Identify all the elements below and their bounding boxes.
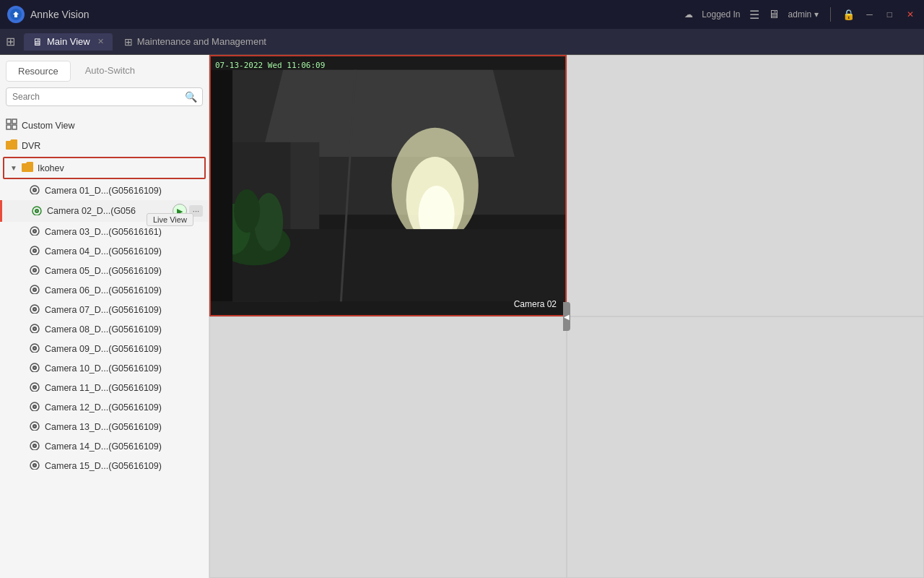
admin-chevron: ▾ [814, 9, 819, 20]
separator [830, 7, 831, 22]
custom-view-icon [6, 118, 17, 132]
tree-item-cam12[interactable]: Camera 12_D...(G05616109) [0, 397, 209, 417]
tree-item-cam05[interactable]: Camera 05_D...(G05616109) [0, 261, 209, 280]
search-input[interactable] [6, 87, 203, 106]
cam01-label: Camera 01_D...(G05616109) [45, 186, 203, 196]
admin-label: admin [788, 9, 812, 20]
dvr-folder-icon [6, 139, 17, 152]
tree-item-dvr[interactable]: DVR [0, 136, 209, 155]
svg-point-62 [234, 189, 260, 233]
tree-item-cam14[interactable]: Camera 14_D...(G05616109) [0, 436, 209, 456]
tree-item-ikohev[interactable]: ▼ Ikohev [3, 157, 206, 179]
cam14-label: Camera 14_D...(G05616109) [45, 441, 203, 452]
svg-point-46 [34, 445, 35, 447]
tab-main-view-close[interactable]: ✕ [97, 37, 104, 46]
titlebar: Annke Vision ☁ Logged In ☰ 🖥 admin ▾ 🔒 ─… [0, 0, 924, 29]
sidebar-tab-resource[interactable]: Resource [6, 61, 71, 82]
tree-item-cam10[interactable]: Camera 10_D...(G05616109) [0, 358, 209, 378]
minimize-button[interactable]: ─ [863, 9, 876, 20]
lock-icon[interactable]: 🔒 [842, 9, 855, 20]
cam06-label: Camera 06_D...(G05616109) [45, 285, 203, 296]
menu-icon[interactable]: ☰ [749, 8, 759, 22]
ikohev-expand-icon: ▼ [10, 164, 17, 172]
tabbar: ⊞ 🖥 Main View ✕ ⊞ Maintenance and Manage… [0, 29, 924, 55]
viewport-grid: 07-13-2022 Wed 11:06:09 Camera 02 ◀ [209, 55, 924, 578]
svg-point-7 [34, 189, 35, 191]
monitor-icon[interactable]: 🖥 [768, 8, 780, 21]
tree-item-cam01[interactable]: Camera 01_D...(G05616109) [0, 181, 209, 200]
cloud-icon: ☁ [684, 9, 693, 20]
app-name: Annke Vision [30, 9, 89, 20]
close-button[interactable]: ✕ [904, 9, 917, 20]
cam13-icon [29, 420, 40, 433]
custom-view-label: Custom View [22, 121, 203, 131]
svg-rect-3 [6, 125, 11, 129]
tree-item-cam13[interactable]: Camera 13_D...(G05616109) [0, 417, 209, 436]
cam04-label: Camera 04_D...(G05616109) [45, 246, 203, 256]
cam12-icon [29, 401, 40, 413]
search-icon: 🔍 [185, 91, 197, 103]
cam05-icon [29, 264, 40, 277]
viewport-bottom-left[interactable] [209, 316, 567, 578]
sidebar-tab-resource-label: Resource [18, 66, 58, 77]
live-view-tooltip: Live View [147, 213, 193, 226]
cam11-icon [29, 381, 40, 394]
svg-point-10 [36, 210, 38, 212]
search-box: 🔍 [6, 87, 203, 106]
svg-rect-1 [6, 119, 11, 124]
tab-main-view-label: Main View [47, 36, 90, 47]
cam08-icon [29, 323, 40, 335]
camera-feed-1: 07-13-2022 Wed 11:06:09 Camera 02 [211, 56, 565, 315]
tree-item-cam08[interactable]: Camera 08_D...(G05616109) [0, 319, 209, 339]
cam04-icon [29, 245, 40, 257]
cam11-label: Camera 11_D...(G05616109) [45, 383, 203, 393]
app-logo [7, 6, 25, 23]
cam03-label: Camera 03_D...(G05616161) [45, 227, 203, 237]
dvr-label: DVR [22, 141, 203, 151]
svg-point-28 [34, 328, 35, 329]
admin-dropdown[interactable]: admin ▾ [788, 9, 819, 20]
tree-item-cam04[interactable]: Camera 04_D...(G05616109) [0, 241, 209, 261]
cam14-icon [29, 440, 40, 452]
tree-item-cam06[interactable]: Camera 06_D...(G05616109) [0, 280, 209, 300]
cam15-label: Camera 15_D...(G05616109) [45, 461, 203, 471]
cam06-icon [29, 284, 40, 296]
sidebar-tab-auto-switch[interactable]: Auto-Switch [74, 61, 147, 82]
tab-main-view[interactable]: 🖥 Main View ✕ [24, 33, 113, 51]
svg-point-22 [34, 289, 35, 290]
grid-tab-icon: ⊞ [124, 36, 133, 48]
tab-maintenance[interactable]: ⊞ Maintenance and Management [116, 33, 275, 51]
ikohev-label: Ikohev [38, 163, 199, 173]
tree-item-cam07[interactable]: Camera 07_D...(G05616109) [0, 300, 209, 319]
svg-point-43 [34, 426, 35, 427]
cloud-status: Logged In [702, 9, 740, 20]
cam08-label: Camera 08_D...(G05616109) [45, 324, 203, 335]
cam07-icon [29, 303, 40, 316]
sidebar-collapse-handle[interactable]: ◀ [563, 302, 570, 331]
sidebar-tabs: Resource Auto-Switch [0, 55, 209, 82]
viewport-bottom-right[interactable] [567, 316, 924, 578]
cam07-label: Camera 07_D...(G05616109) [45, 305, 203, 315]
cam10-icon [29, 362, 40, 374]
tab-maintenance-label: Maintenance and Management [137, 36, 266, 47]
cam09-icon [29, 342, 40, 355]
maximize-button[interactable]: □ [884, 9, 895, 20]
collapse-arrow: ◀ [564, 313, 570, 321]
svg-point-37 [34, 387, 35, 388]
cam05-label: Camera 05_D...(G05616109) [45, 266, 203, 276]
sidebar-tab-auto-switch-label: Auto-Switch [85, 65, 135, 76]
svg-point-31 [34, 348, 35, 349]
cam12-label: Camera 12_D...(G05616109) [45, 402, 203, 413]
tree-item-cam15[interactable]: Camera 15_D...(G05616109) [0, 456, 209, 475]
svg-point-16 [34, 250, 35, 251]
tree-item-cam09[interactable]: Camera 09_D...(G05616109) [0, 339, 209, 358]
monitor-tab-icon: 🖥 [32, 36, 43, 48]
tree-item-cam02[interactable]: Camera 02_D...(G056 ▶ ··· Live View [0, 200, 209, 222]
tree-item-cam11[interactable]: Camera 11_D...(G05616109) [0, 378, 209, 397]
viewport-top-left[interactable]: 07-13-2022 Wed 11:06:09 Camera 02 [209, 55, 567, 316]
grid-view-icon[interactable]: ⊞ [6, 35, 15, 48]
tree-item-custom-view[interactable]: Custom View [0, 115, 209, 136]
svg-point-13 [34, 230, 35, 232]
cam13-label: Camera 13_D...(G05616109) [45, 422, 203, 432]
viewport-top-right[interactable] [567, 55, 924, 316]
